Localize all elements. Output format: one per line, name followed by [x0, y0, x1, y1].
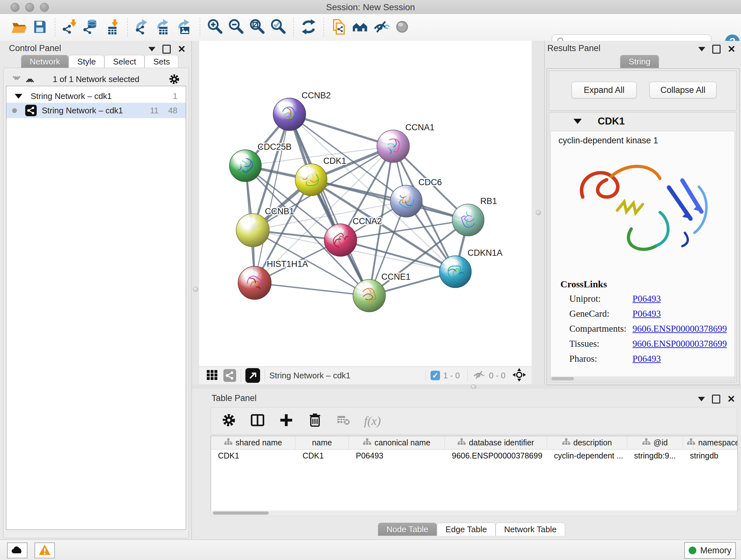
refresh-button[interactable]: [298, 17, 319, 38]
edge-CCNB2-HIST1H1A[interactable]: [255, 114, 289, 283]
show-all-button[interactable]: [392, 17, 413, 38]
column-header-description[interactable]: description: [547, 436, 627, 449]
cell-database-identifier[interactable]: 9606.ENSP00000378699: [445, 449, 547, 462]
left-splitter-handle[interactable]: [193, 287, 198, 292]
table-panel-close-icon[interactable]: ✕: [727, 395, 735, 402]
node-RB1[interactable]: [452, 204, 484, 236]
control-panel-close-icon[interactable]: ✕: [178, 46, 186, 53]
delete-rows-button[interactable]: [306, 412, 324, 430]
cell-canonical-name[interactable]: P06493: [349, 449, 445, 462]
hidden-eye-icon[interactable]: [472, 368, 486, 383]
node-CCNB1[interactable]: [236, 213, 269, 247]
crosslink-link[interactable]: 9606.ENSP00000378699: [632, 323, 727, 334]
table-row[interactable]: CDK1CDK1P064939606.ENSP00000378699cyclin…: [211, 449, 738, 462]
import-network-button[interactable]: [60, 17, 81, 38]
node-CDC25B[interactable]: [229, 150, 261, 182]
right-splitter-handle[interactable]: [536, 210, 541, 215]
tab-edge-table[interactable]: Edge Table: [437, 523, 495, 536]
node-CDC6[interactable]: [390, 185, 422, 217]
zoom-selected-button[interactable]: [268, 17, 289, 38]
tab-string[interactable]: String: [620, 55, 659, 68]
cell-namespace[interactable]: stringdb: [683, 449, 738, 462]
import-table-button[interactable]: [102, 17, 123, 38]
zoom-in-button[interactable]: [205, 17, 226, 38]
memory-button[interactable]: Memory: [684, 542, 736, 559]
function-builder-button[interactable]: f(x): [363, 412, 381, 430]
toolbar-separator: [200, 18, 200, 37]
export-network-button[interactable]: [132, 17, 153, 38]
save-session-button[interactable]: [29, 17, 51, 38]
node-CCNA1[interactable]: [377, 130, 409, 163]
node-HIST1H1A[interactable]: [238, 266, 271, 300]
crosslink-link[interactable]: P06493: [632, 354, 661, 364]
cell--id[interactable]: stringdb:9...: [627, 449, 683, 462]
network-collection-row[interactable]: String Network – cdk1 1: [6, 89, 186, 103]
tab-network[interactable]: Network: [21, 55, 69, 68]
collapse-all-button[interactable]: Collapse All: [650, 82, 717, 98]
birds-eye-view-icon[interactable]: [246, 368, 260, 383]
cell-name[interactable]: CDK1: [295, 449, 349, 462]
network-style-icon[interactable]: [223, 369, 236, 382]
horizontal-splitter[interactable]: [192, 384, 741, 389]
cloud-button[interactable]: [7, 543, 27, 558]
table-panel-title: Table Panel: [212, 393, 257, 403]
crosslink-link[interactable]: P06493: [632, 294, 661, 304]
results-panel-menu-icon[interactable]: [698, 47, 705, 51]
column-header-shared-name[interactable]: shared name: [211, 436, 295, 449]
node-CDK1[interactable]: [295, 164, 327, 196]
cell-description[interactable]: cyclin-dependent ...: [547, 449, 627, 462]
results-panel-float-icon[interactable]: [712, 45, 721, 54]
edge-CDK1-RB1[interactable]: [311, 180, 468, 220]
column-header-database-identifier[interactable]: database identifier: [445, 436, 547, 449]
selected-checkbox-icon[interactable]: ✓: [430, 371, 440, 380]
open-session-button[interactable]: [8, 17, 29, 38]
collection-count: 1: [173, 91, 178, 101]
warnings-button[interactable]: [35, 543, 55, 558]
tab-style[interactable]: Style: [69, 55, 105, 68]
table-panel-float-icon[interactable]: [712, 395, 720, 403]
cell-shared-name[interactable]: CDK1: [211, 449, 295, 462]
network-row[interactable]: String Network – cdk1 11 48: [6, 103, 186, 118]
network-options-gear-icon[interactable]: [168, 73, 180, 86]
control-panel-float-icon[interactable]: [162, 45, 171, 54]
control-panel-menu-icon[interactable]: [148, 47, 155, 51]
node-CCNB2[interactable]: [273, 98, 306, 131]
edge-HIST1H1A-CCNE1[interactable]: [255, 283, 369, 296]
clear-table-button[interactable]: [335, 412, 353, 430]
grid-view-icon[interactable]: [206, 369, 218, 382]
zoom-fit-button[interactable]: [247, 17, 268, 38]
zoom-out-button[interactable]: [226, 17, 247, 38]
hide-unselected-button[interactable]: [370, 17, 392, 38]
table-panel-menu-icon[interactable]: [698, 397, 705, 401]
network-view-canvas[interactable]: CCNB2CCNA1CDC25BCDK1CDC6RB1CCNB1CCNA2CDK…: [199, 41, 532, 367]
column-header-namespace[interactable]: namespace: [683, 436, 738, 449]
entry-collapse-icon[interactable]: [574, 119, 582, 124]
fit-content-crosshair-icon[interactable]: [512, 368, 527, 383]
column-header-canonical-name[interactable]: canonical name: [349, 436, 445, 449]
add-column-button[interactable]: [277, 412, 295, 430]
split-columns-button[interactable]: [249, 412, 266, 430]
network-overview-button[interactable]: [349, 17, 370, 38]
table-gear-button[interactable]: [220, 412, 238, 430]
share-session-file-button[interactable]: [328, 17, 349, 38]
table-horizontal-scrollbar[interactable]: [211, 510, 737, 516]
results-panel-close-icon[interactable]: ✕: [728, 46, 736, 53]
node-CCNE1[interactable]: [353, 279, 386, 312]
column-header--id[interactable]: @id: [627, 436, 683, 449]
export-table-button[interactable]: [153, 17, 174, 38]
tab-select[interactable]: Select: [105, 55, 145, 68]
tab-sets[interactable]: Sets: [145, 55, 179, 68]
tab-node-table[interactable]: Node Table: [378, 523, 437, 536]
column-header-name[interactable]: name: [295, 436, 349, 449]
crosslink-link[interactable]: P06493: [632, 308, 661, 319]
collection-label: String Network – cdk1: [30, 91, 112, 101]
expand-all-button[interactable]: Expand All: [571, 82, 636, 98]
collection-expand-icon[interactable]: [15, 94, 22, 99]
node-CDKN1A[interactable]: [440, 256, 471, 288]
import-database-button[interactable]: [81, 17, 102, 38]
tab-network-table[interactable]: Network Table: [495, 523, 565, 536]
entry-scrollbar[interactable]: [551, 376, 735, 381]
export-image-button[interactable]: [174, 17, 195, 38]
crosslink-link[interactable]: 9606.ENSP00000378699: [632, 338, 727, 349]
node-CCNA2[interactable]: [324, 224, 357, 256]
